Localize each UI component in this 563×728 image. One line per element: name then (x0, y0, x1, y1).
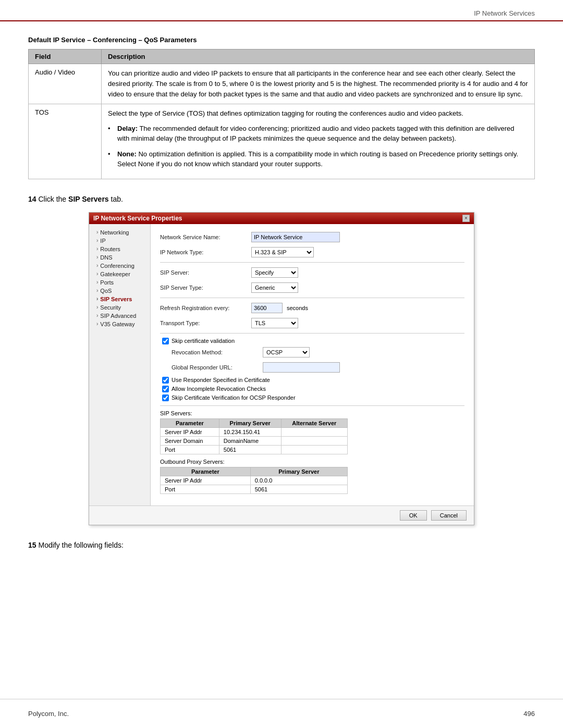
sip-server-type-label: SIP Server Type: (160, 285, 251, 291)
sip-server-row: SIP Server: Specify (160, 267, 464, 278)
use-responder-row: Use Responder Specified in Certificate (162, 377, 464, 384)
sidebar-item-sip-servers[interactable]: › SIP Servers (89, 295, 150, 303)
nav-label-v35-gateway: V35 Gateway (100, 321, 134, 327)
divider-4 (160, 405, 464, 406)
dialog-titlebar: IP Network Service Properties × (89, 213, 474, 224)
nav-label-gatekeeper: Gatekeeper (100, 271, 130, 277)
ip-network-type-select[interactable]: H.323 & SIP (251, 247, 314, 257)
nav-arrow-conferencing: › (96, 263, 98, 268)
global-responder-label: Global Responder URL: (172, 364, 263, 371)
sidebar-item-v35-gateway[interactable]: › V35 Gateway (89, 320, 150, 328)
sip-row2-primary: 5061 (219, 445, 281, 454)
sip-server-label: SIP Server: (160, 269, 251, 276)
sip-table-col-primary: Primary Server (219, 418, 281, 427)
network-service-name-label: Network Service Name: (160, 234, 251, 240)
cancel-button[interactable]: Cancel (431, 510, 467, 521)
nav-label-sip-advanced: SIP Advanced (100, 313, 136, 319)
nav-arrow-ip: › (96, 238, 98, 243)
sip-row1-alternate (281, 436, 347, 445)
dialog-form-area: Network Service Name: IP Network Type: H… (151, 224, 474, 505)
sip-server-type-row: SIP Server Type: Generic (160, 282, 464, 293)
revocation-select[interactable]: OCSP (263, 347, 310, 357)
sidebar-item-sip-advanced[interactable]: › SIP Advanced (89, 312, 150, 320)
refresh-control: seconds (251, 303, 308, 313)
step15-text-content: Modify the following fields: (38, 541, 123, 549)
col-description: Description (102, 50, 535, 64)
nav-arrow-sip-advanced: › (96, 313, 98, 318)
skip-cert-checkbox[interactable] (162, 338, 169, 344)
use-responder-label: Use Responder Specified in Certificate (172, 377, 270, 383)
nav-label-routers: Routers (100, 246, 120, 252)
sidebar-item-ip[interactable]: › IP (89, 237, 150, 245)
dialog-body: › Networking › IP › Routers › DNS › Co (89, 224, 474, 505)
sidebar-item-qos[interactable]: › QoS (89, 287, 150, 295)
sip-row1-primary: DomainName (219, 436, 281, 445)
sidebar-item-security[interactable]: › Security (89, 303, 150, 312)
global-responder-input[interactable] (263, 362, 340, 373)
transport-select[interactable]: TLS (251, 318, 298, 328)
sidebar-item-gatekeeper[interactable]: › Gatekeeper (89, 270, 150, 278)
nav-label-dns: DNS (100, 254, 112, 261)
divider-1 (160, 262, 464, 263)
skip-cert-label: Skip certificate validation (172, 338, 235, 344)
outbound-row1-param: Port (161, 485, 251, 493)
field-audio-video: Audio / Video (29, 64, 102, 104)
transport-row: Transport Type: TLS (160, 317, 464, 329)
sip-table-row: Server Domain DomainName (161, 436, 348, 445)
transport-control: TLS (251, 318, 298, 328)
dialog-title: IP Network Service Properties (93, 215, 182, 222)
outbound-col-param: Parameter (161, 467, 251, 476)
ip-network-type-control: H.323 & SIP (251, 247, 314, 257)
step15-instruction: 15 Modify the following fields: (28, 540, 535, 551)
allow-incomplete-row: Allow Incomplete Revocation Checks (162, 386, 464, 392)
sip-server-select[interactable]: Specify (251, 267, 298, 278)
network-service-name-input[interactable] (251, 232, 340, 242)
sidebar-item-ports[interactable]: › Ports (89, 278, 150, 287)
sidebar-item-conferencing[interactable]: › Conferencing (89, 262, 150, 270)
nav-label-networking: Networking (100, 229, 129, 236)
sip-row1-param: Server Domain (161, 436, 219, 445)
desc-tos: Select the type of Service (TOS) that de… (102, 104, 535, 179)
sidebar-item-networking[interactable]: › Networking (89, 228, 150, 237)
outbound-row0-primary: 0.0.0.0 (250, 476, 347, 485)
page-header: IP Network Services (0, 0, 563, 21)
desc-audio-video: You can prioritize audio and video IP pa… (102, 64, 535, 104)
page-footer: Polycom, Inc. 496 (0, 699, 563, 728)
step14-instruction: 14 Click the SIP Servers tab. (28, 194, 535, 205)
sip-row0-param: Server IP Addr (161, 427, 219, 436)
nav-label-ports: Ports (100, 279, 114, 286)
refresh-row: Refresh Registration every: seconds (160, 302, 464, 314)
step14-number: 14 (28, 195, 36, 203)
sidebar-item-routers[interactable]: › Routers (89, 245, 150, 253)
skip-cert-ocsp-checkbox[interactable] (162, 394, 169, 401)
revocation-row: Revocation Method: OCSP (172, 347, 464, 358)
allow-incomplete-checkbox[interactable] (162, 386, 169, 392)
table-row: Audio / Video You can prioritize audio a… (29, 64, 535, 104)
sip-table-row: Server IP Addr 10.234.150.41 (161, 427, 348, 436)
sidebar-item-dns[interactable]: › DNS (89, 253, 150, 262)
sip-server-type-control: Generic (251, 282, 298, 293)
nav-arrow-sip-servers: › (96, 296, 98, 302)
allow-incomplete-label: Allow Incomplete Revocation Checks (172, 386, 266, 392)
sip-server-type-select[interactable]: Generic (251, 282, 298, 293)
nav-label-conferencing: Conferencing (100, 263, 134, 269)
nav-arrow-dns: › (96, 254, 98, 260)
bullet-delay-term: Delay: (117, 125, 138, 132)
refresh-input[interactable] (251, 303, 283, 313)
ok-button[interactable]: OK (400, 510, 427, 521)
step15-number: 15 (28, 541, 36, 549)
nav-label-ip: IP (100, 238, 105, 244)
network-service-name-control (251, 232, 340, 242)
bullet-none-text: No optimization definition is applied. T… (117, 150, 518, 168)
footer-company: Polycom, Inc. (28, 710, 69, 718)
outbound-col-primary: Primary Server (250, 467, 347, 476)
nav-label-qos: QoS (100, 288, 112, 294)
use-responder-checkbox[interactable] (162, 377, 169, 384)
bullet-delay-text: The recommended default for video confer… (117, 125, 514, 143)
table-section-title: Default IP Service – Conferencing – QoS … (28, 36, 535, 44)
global-responder-control (263, 362, 340, 373)
sip-table-col-alternate: Alternate Server (281, 418, 347, 427)
dialog-sidebar: › Networking › IP › Routers › DNS › Co (89, 224, 151, 505)
dialog-close-button[interactable]: × (462, 215, 470, 222)
nav-arrow-gatekeeper: › (96, 271, 98, 277)
